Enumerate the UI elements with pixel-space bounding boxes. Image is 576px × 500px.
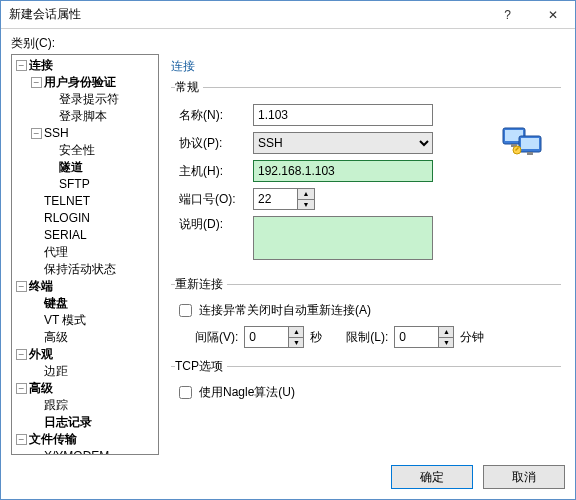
dialog-window: 新建会话属性 ? ✕ 类别(C): −连接 −用户身份验证 登录提示符 登录脚本 <box>0 0 576 500</box>
nagle-checkbox[interactable]: 使用Nagle算法(U) <box>175 383 557 402</box>
close-icon: ✕ <box>548 8 558 22</box>
desc-label: 说明(D): <box>175 216 253 233</box>
reconnect-legend: 重新连接 <box>175 276 227 293</box>
help-icon: ? <box>504 8 511 22</box>
category-label: 类别(C): <box>11 35 565 52</box>
spin-down-icon[interactable]: ▼ <box>438 337 454 349</box>
category-tree[interactable]: −连接 −用户身份验证 登录提示符 登录脚本 −SSH 安全性 <box>11 54 159 455</box>
close-button[interactable]: ✕ <box>530 1 575 29</box>
tree-trace[interactable]: 跟踪 <box>44 398 68 412</box>
expand-icon[interactable]: − <box>16 349 27 360</box>
tree-proxy[interactable]: 代理 <box>44 245 68 259</box>
reconnect-group: 重新连接 连接异常关闭时自动重新连接(A) 间隔(V): ▲▼ 秒 限制(L <box>171 276 561 350</box>
tree-filetransfer[interactable]: 文件传输 <box>29 432 77 446</box>
name-label: 名称(N): <box>175 107 253 124</box>
help-button[interactable]: ? <box>485 1 530 29</box>
auto-reconnect-checkbox[interactable]: 连接异常关闭时自动重新连接(A) <box>175 301 557 320</box>
tree-advanced[interactable]: 高级 <box>29 381 53 395</box>
expand-icon[interactable]: − <box>16 434 27 445</box>
title-bar: 新建会话属性 ? ✕ <box>1 1 575 29</box>
tree-sftp[interactable]: SFTP <box>59 177 90 191</box>
expand-icon[interactable]: − <box>31 128 42 139</box>
host-label: 主机(H): <box>175 163 253 180</box>
svg-rect-4 <box>521 138 539 149</box>
svg-rect-5 <box>527 152 533 155</box>
ok-button[interactable]: 确定 <box>391 465 473 489</box>
general-group: 常规 名称(N): 协议(P): SSH 主机( <box>171 79 561 268</box>
tree-margin[interactable]: 边距 <box>44 364 68 378</box>
expand-icon[interactable]: − <box>31 77 42 88</box>
limit-spinner[interactable]: ▲▼ <box>394 326 454 348</box>
tree-keyboard[interactable]: 键盘 <box>44 296 68 310</box>
auto-reconnect-input[interactable] <box>179 304 192 317</box>
interval-label: 间隔(V): <box>195 329 238 346</box>
tree-connection[interactable]: 连接 <box>29 58 53 72</box>
tree-terminal[interactable]: 终端 <box>29 279 53 293</box>
port-label: 端口号(O): <box>175 191 253 208</box>
port-input[interactable] <box>253 188 297 210</box>
tree-login-script[interactable]: 登录脚本 <box>59 109 107 123</box>
dialog-buttons: 确定 取消 <box>11 455 565 489</box>
seconds-label: 秒 <box>310 329 322 346</box>
general-legend: 常规 <box>175 79 203 96</box>
tree-tunnel[interactable]: 隧道 <box>59 160 83 174</box>
expand-icon[interactable]: − <box>16 383 27 394</box>
name-input[interactable] <box>253 104 433 126</box>
tree-vtmode[interactable]: VT 模式 <box>44 313 86 327</box>
tcp-legend: TCP选项 <box>175 358 227 375</box>
interval-spinner[interactable]: ▲▼ <box>244 326 304 348</box>
nagle-label: 使用Nagle算法(U) <box>199 384 295 401</box>
limit-label: 限制(L): <box>346 329 388 346</box>
tree-auth[interactable]: 用户身份验证 <box>44 75 116 89</box>
spin-up-icon[interactable]: ▲ <box>297 188 315 199</box>
protocol-label: 协议(P): <box>175 135 253 152</box>
cancel-button[interactable]: 取消 <box>483 465 565 489</box>
auto-reconnect-label: 连接异常关闭时自动重新连接(A) <box>199 302 371 319</box>
tcp-group: TCP选项 使用Nagle算法(U) <box>171 358 561 404</box>
dialog-body: 类别(C): −连接 −用户身份验证 登录提示符 登录脚本 −SSH <box>1 29 575 499</box>
minutes-label: 分钟 <box>460 329 484 346</box>
expand-icon[interactable]: − <box>16 281 27 292</box>
spin-down-icon[interactable]: ▼ <box>297 199 315 211</box>
expand-icon[interactable]: − <box>16 60 27 71</box>
tree-keepalive[interactable]: 保持活动状态 <box>44 262 116 276</box>
tree-telnet[interactable]: TELNET <box>44 194 90 208</box>
spin-down-icon[interactable]: ▼ <box>288 337 304 349</box>
spin-up-icon[interactable]: ▲ <box>438 326 454 337</box>
nagle-input[interactable] <box>179 386 192 399</box>
tree-logging[interactable]: 日志记录 <box>44 415 92 429</box>
tree-serial[interactable]: SERIAL <box>44 228 87 242</box>
port-spinner[interactable]: ▲▼ <box>253 188 315 210</box>
limit-input[interactable] <box>394 326 438 348</box>
spin-up-icon[interactable]: ▲ <box>288 326 304 337</box>
tree-appearance[interactable]: 外观 <box>29 347 53 361</box>
tree-t-advanced[interactable]: 高级 <box>44 330 68 344</box>
window-title: 新建会话属性 <box>9 6 485 23</box>
tree-rlogin[interactable]: RLOGIN <box>44 211 90 225</box>
tree-login-prompt[interactable]: 登录提示符 <box>59 92 119 106</box>
panel-heading: 连接 <box>171 56 561 79</box>
monitors-icon <box>501 124 545 164</box>
tree-security[interactable]: 安全性 <box>59 143 95 157</box>
desc-textarea[interactable] <box>253 216 433 260</box>
settings-panel: 连接 常规 名称(N): <box>167 54 565 455</box>
tree-ssh[interactable]: SSH <box>44 126 69 140</box>
host-input[interactable] <box>253 160 433 182</box>
interval-input[interactable] <box>244 326 288 348</box>
protocol-select[interactable]: SSH <box>253 132 433 154</box>
